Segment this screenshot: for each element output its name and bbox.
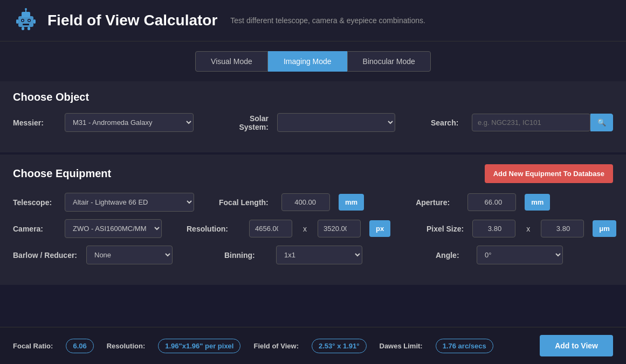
- search-group: 🔍: [472, 114, 613, 131]
- choose-equipment-section: Choose Equipment Add New Equipment To Da…: [0, 155, 626, 285]
- dawes-label: Dawes Limit:: [380, 342, 423, 350]
- resolution-y-input[interactable]: 3520.00: [318, 220, 361, 237]
- messier-select[interactable]: M31 - Andromeda Galaxy M42 - Orion Nebul…: [65, 113, 194, 132]
- bottom-resolution-label: Resolution:: [107, 342, 146, 350]
- resolution-label: Resolution:: [187, 225, 240, 233]
- app-header: Field of View Calculator Test different …: [0, 0, 626, 41]
- app-title: Field of View Calculator: [47, 12, 217, 29]
- barlow-row: Barlow / Reducer: None 0.5x Reducer 2x B…: [13, 246, 613, 264]
- telescope-row: Telescope: Altair - Lightwave 66 ED Othe…: [13, 193, 613, 212]
- choose-object-title: Choose Object: [13, 91, 613, 103]
- aperture-input[interactable]: 66.00: [467, 193, 516, 211]
- aperture-unit: mm: [525, 194, 550, 211]
- angle-label: Angle:: [436, 251, 468, 260]
- pixel-size-unit: μm: [593, 220, 616, 237]
- search-button[interactable]: 🔍: [590, 114, 613, 131]
- fov-value: 2.53° x 1.91°: [312, 339, 366, 353]
- robot-logo-icon: [13, 8, 39, 33]
- svg-point-6: [22, 20, 24, 22]
- focal-length-unit: mm: [339, 194, 364, 211]
- add-to-view-button[interactable]: Add to View: [540, 335, 613, 356]
- svg-rect-9: [16, 19, 18, 24]
- svg-rect-10: [33, 19, 36, 24]
- pixel-size-y-input[interactable]: 3.80: [541, 220, 584, 237]
- choose-object-section: Choose Object Messier: M31 - Andromeda G…: [0, 81, 626, 152]
- resolution-x-separator: x: [301, 225, 309, 233]
- tab-binocular-mode[interactable]: Binocular Mode: [347, 51, 431, 72]
- tab-imaging-mode[interactable]: Imaging Mode: [268, 51, 347, 72]
- pixel-size-x-separator: x: [524, 225, 532, 233]
- focal-ratio-value: 6.06: [66, 339, 93, 353]
- camera-row: Camera: ZWO - ASI1600MC/MM Other Camera …: [13, 219, 613, 238]
- bottom-resolution-value: 1.96"x1.96" per pixel: [158, 339, 240, 353]
- svg-rect-1: [22, 12, 30, 17]
- focal-ratio-label: Focal Ratio:: [13, 342, 53, 350]
- tab-visual-mode[interactable]: Visual Mode: [195, 51, 268, 72]
- messier-label: Messier:: [13, 118, 56, 127]
- mode-tabs-container: Visual Mode Imaging Mode Binocular Mode: [0, 41, 626, 81]
- fov-label: Field of View:: [253, 342, 299, 350]
- search-input[interactable]: [472, 114, 590, 131]
- resolution-unit: px: [369, 220, 390, 237]
- angle-select[interactable]: 0° 90° 180° 270°: [477, 246, 563, 264]
- telescope-select[interactable]: Altair - Lightwave 66 ED Other Telescope: [65, 193, 194, 212]
- pixel-size-label: Pixel Size:: [421, 225, 464, 233]
- add-equipment-button[interactable]: Add New Equipment To Database: [485, 164, 613, 183]
- equipment-section-header: Choose Equipment Add New Equipment To Da…: [13, 164, 613, 183]
- svg-rect-12: [27, 27, 30, 30]
- pixel-size-x-input[interactable]: 3.80: [472, 220, 515, 237]
- binning-select[interactable]: 1x1 2x2 3x3 4x4: [276, 246, 362, 264]
- solar-system-label: Solar System:: [218, 114, 269, 131]
- barlow-select[interactable]: None 0.5x Reducer 2x Barlow: [86, 246, 173, 264]
- bottom-status-bar: Focal Ratio: 6.06 Resolution: 1.96"x1.96…: [0, 327, 626, 364]
- svg-rect-8: [23, 24, 29, 25]
- aperture-label: Aperture:: [416, 198, 459, 207]
- resolution-x-input[interactable]: 4656.00: [249, 220, 292, 237]
- choose-equipment-title: Choose Equipment: [13, 167, 111, 180]
- svg-rect-11: [22, 27, 24, 30]
- telescope-label: Telescope:: [13, 198, 56, 207]
- search-label: Search:: [431, 118, 463, 127]
- camera-label: Camera:: [13, 225, 56, 233]
- svg-point-7: [29, 20, 30, 22]
- dawes-value: 1.76 arc/secs: [436, 339, 493, 353]
- solar-system-select[interactable]: Mercury Venus Mars Jupiter Saturn: [277, 113, 395, 132]
- focal-length-label: Focal Length:: [219, 198, 273, 207]
- barlow-label: Barlow / Reducer:: [13, 251, 78, 260]
- svg-point-3: [25, 8, 27, 10]
- binning-label: Binning:: [224, 251, 267, 260]
- object-form-row: Messier: M31 - Andromeda Galaxy M42 - Or…: [13, 113, 613, 132]
- camera-select[interactable]: ZWO - ASI1600MC/MM Other Camera: [65, 219, 162, 238]
- focal-length-input[interactable]: 400.00: [281, 193, 330, 211]
- app-subtitle: Test different telescope, camera & eyepi…: [230, 16, 425, 25]
